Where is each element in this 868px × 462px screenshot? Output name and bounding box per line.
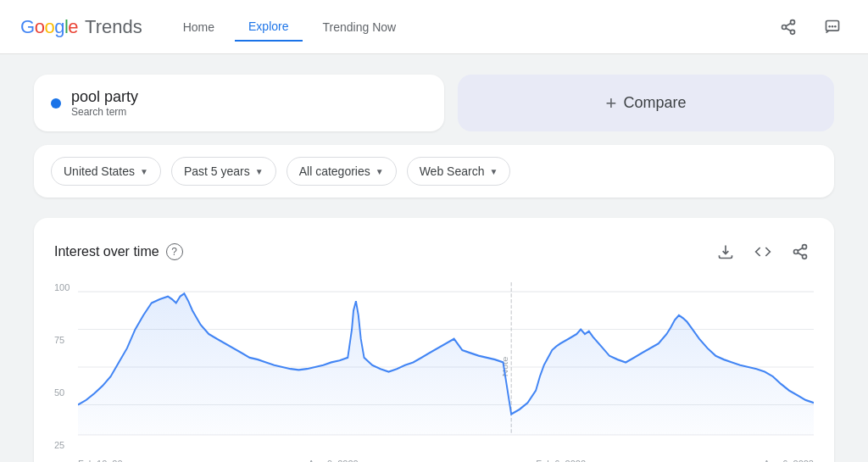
svg-point-12 (803, 254, 807, 259)
chart-section: Interest over time ? (34, 218, 834, 462)
x-label-1: Aug 9, 2020 (308, 459, 358, 462)
svg-line-4 (786, 23, 791, 25)
main-content: pool party Search term + Compare United … (0, 54, 868, 462)
compare-label: Compare (623, 94, 686, 112)
search-type-label: Search term (71, 106, 138, 118)
chart-title: Interest over time (54, 244, 159, 259)
time-filter-label: Past 5 years (184, 164, 250, 178)
share-button[interactable] (773, 12, 804, 42)
search-area: pool party Search term + Compare (34, 75, 834, 131)
chart-title-area: Interest over time ? (54, 243, 183, 260)
svg-point-11 (794, 250, 798, 254)
location-filter-label: United States (64, 164, 135, 178)
location-filter-arrow: ▼ (140, 167, 148, 176)
compare-plus-icon: + (606, 92, 617, 114)
time-filter[interactable]: Past 5 years ▼ (171, 157, 276, 186)
nav-explore[interactable]: Explore (235, 13, 302, 42)
svg-point-10 (803, 245, 807, 249)
nav-trending-now[interactable]: Trending Now (309, 14, 410, 41)
main-nav: Home Explore Trending Now (170, 13, 773, 42)
svg-line-3 (786, 28, 791, 31)
x-label-0: Feb 10, 20... (78, 459, 131, 462)
help-icon[interactable]: ? (166, 243, 183, 260)
google-logo: Google (20, 16, 78, 38)
svg-point-1 (782, 25, 787, 29)
svg-line-13 (798, 253, 803, 255)
trends-logo-text: Trends (85, 16, 142, 38)
y-label-100: 100 (54, 282, 75, 292)
y-label-25: 25 (54, 440, 75, 450)
x-label-2: Feb 6, 2022 (536, 459, 586, 462)
compare-box[interactable]: + Compare (458, 75, 834, 131)
location-filter[interactable]: United States ▼ (51, 157, 161, 186)
svg-line-14 (798, 248, 803, 250)
header: Google Trends Home Explore Trending Now (0, 0, 868, 54)
filters-bar: United States ▼ Past 5 years ▼ All categ… (34, 145, 834, 198)
category-filter[interactable]: All categories ▼ (287, 157, 397, 186)
y-label-75: 75 (54, 335, 75, 345)
share-chart-button[interactable] (787, 238, 814, 265)
embed-chart-button[interactable] (749, 238, 776, 265)
nav-home[interactable]: Home (170, 14, 228, 41)
logo: Google Trends (20, 16, 142, 38)
search-type-filter-arrow: ▼ (489, 167, 498, 176)
interest-chart: Note (78, 282, 814, 452)
search-term: pool party (71, 88, 138, 106)
chart-header: Interest over time ? (54, 238, 814, 265)
x-label-3: Aug 6, 2023 (764, 459, 814, 462)
search-dot (51, 98, 61, 109)
category-filter-arrow: ▼ (376, 167, 384, 176)
download-chart-button[interactable] (712, 238, 739, 265)
search-type-filter[interactable]: Web Search ▼ (407, 157, 511, 186)
search-type-filter-label: Web Search (420, 164, 485, 178)
y-label-50: 50 (54, 387, 75, 398)
svg-point-2 (791, 30, 795, 34)
chart-actions (712, 238, 814, 265)
svg-point-0 (791, 19, 795, 24)
chart-container: 100 75 50 25 (54, 282, 814, 462)
time-filter-arrow: ▼ (255, 167, 264, 176)
feedback-button[interactable] (817, 12, 848, 42)
search-box[interactable]: pool party Search term (34, 75, 444, 131)
category-filter-label: All categories (299, 164, 370, 178)
header-actions (773, 12, 848, 42)
search-text-area: pool party Search term (71, 88, 138, 118)
